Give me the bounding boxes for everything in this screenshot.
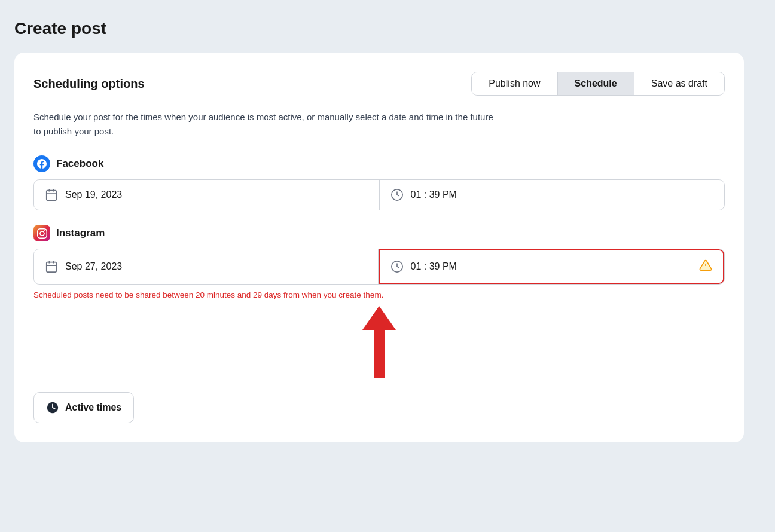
calendar-icon (45, 188, 58, 201)
arrow-head (362, 306, 396, 330)
tab-schedule[interactable]: Schedule (558, 72, 634, 95)
tab-group: Publish now Schedule Save as draft (471, 72, 725, 96)
arrow-indicator (33, 306, 725, 378)
facebook-name: Facebook (56, 158, 103, 170)
facebook-datetime-row: Sep 19, 2023 01 : 39 PM (33, 179, 725, 210)
calendar-icon-ig (45, 260, 58, 273)
svg-rect-5 (47, 262, 57, 273)
instagram-label: Instagram (33, 225, 725, 241)
scheduling-description: Schedule your post for the times when yo… (33, 110, 500, 139)
facebook-date-value: Sep 19, 2023 (65, 189, 122, 200)
active-times-icon (46, 401, 59, 414)
scheduling-title: Scheduling options (33, 77, 145, 91)
arrow-shaft (374, 330, 385, 378)
facebook-section: Facebook Sep 19, 2023 01 : 39 PM (33, 155, 725, 210)
svg-rect-0 (47, 191, 57, 201)
facebook-time-field[interactable]: 01 : 39 PM (380, 180, 725, 210)
active-times-label: Active times (65, 402, 121, 413)
page-title: Create post (14, 19, 761, 38)
instagram-date-value: Sep 27, 2023 (65, 261, 122, 272)
active-times-button[interactable]: Active times (33, 392, 134, 423)
facebook-time-value: 01 : 39 PM (411, 189, 457, 200)
instagram-icon (33, 225, 50, 241)
instagram-section: Instagram Sep 27, 2023 01 : 39 PM (33, 225, 725, 378)
clock-icon-ig (390, 260, 404, 273)
instagram-time-value: 01 : 39 PM (411, 261, 457, 272)
instagram-time-field[interactable]: 01 : 39 PM (379, 249, 725, 284)
instagram-error-message: Scheduled posts need to be shared betwee… (33, 289, 725, 301)
red-arrow (362, 306, 396, 378)
facebook-date-field[interactable]: Sep 19, 2023 (34, 180, 380, 210)
instagram-datetime-row: Sep 27, 2023 01 : 39 PM (33, 249, 725, 285)
instagram-date-field[interactable]: Sep 27, 2023 (34, 249, 379, 284)
warning-icon (699, 259, 712, 274)
instagram-name: Instagram (56, 227, 105, 239)
scheduling-card: Scheduling options Publish now Schedule … (14, 53, 744, 442)
clock-icon (390, 188, 404, 201)
tab-publish-now[interactable]: Publish now (472, 72, 557, 95)
scheduling-header: Scheduling options Publish now Schedule … (33, 72, 725, 96)
facebook-label: Facebook (33, 155, 725, 172)
facebook-icon (33, 155, 50, 172)
tab-save-as-draft[interactable]: Save as draft (634, 72, 724, 95)
